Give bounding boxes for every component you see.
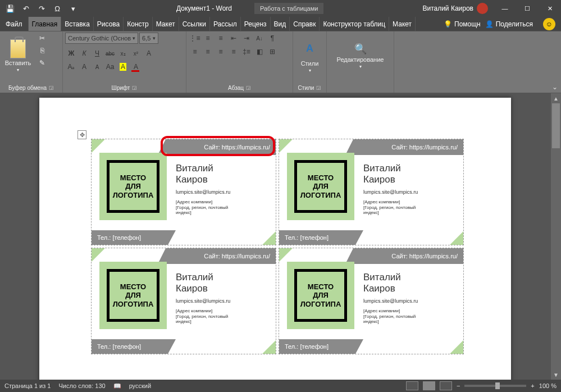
ribbon-tabs: Файл Главная Вставка Рисова Констр Макет… bbox=[0, 17, 561, 31]
tab-home[interactable]: Главная bbox=[29, 17, 62, 31]
cut-button[interactable]: ✂ bbox=[36, 33, 48, 44]
undo-icon[interactable]: ↶ bbox=[19, 2, 33, 15]
launcher-icon[interactable]: ◲ bbox=[246, 85, 251, 90]
maximize-button[interactable]: ☐ bbox=[516, 0, 539, 17]
close-button[interactable]: ✕ bbox=[539, 0, 561, 17]
word-count[interactable]: Число слов: 130 bbox=[58, 382, 105, 389]
tab-mailings[interactable]: Рассыл bbox=[210, 17, 241, 31]
logo-placeholder[interactable]: МЕСТОДЛЯЛОГОТИПА bbox=[287, 153, 354, 220]
tab-review[interactable]: Реценз bbox=[241, 17, 271, 31]
scroll-up-icon[interactable]: ▲ bbox=[551, 93, 561, 103]
tel-banner: Тел.: [телефон] bbox=[92, 230, 176, 245]
redo-icon[interactable]: ↷ bbox=[35, 2, 48, 15]
superscript-button[interactable]: x² bbox=[130, 48, 142, 59]
qat-customize-icon[interactable]: ▾ bbox=[66, 2, 80, 15]
read-mode-button[interactable] bbox=[406, 381, 418, 390]
print-layout-button[interactable] bbox=[423, 381, 435, 390]
scrollbar-vertical[interactable]: ▲ ▼ bbox=[551, 93, 561, 380]
tab-view[interactable]: Вид bbox=[271, 17, 290, 31]
font-name-combo[interactable]: Century Gothic (Основ▾ bbox=[65, 33, 138, 44]
zoom-out-button[interactable]: − bbox=[457, 382, 460, 389]
tab-file[interactable]: Файл bbox=[0, 17, 29, 31]
launcher-icon[interactable]: ◲ bbox=[49, 85, 54, 90]
justify-button[interactable]: ≡ bbox=[227, 46, 240, 57]
launcher-icon[interactable]: ◲ bbox=[132, 85, 137, 90]
page-indicator[interactable]: Страница 1 из 1 bbox=[4, 382, 51, 389]
zoom-slider[interactable] bbox=[464, 385, 526, 387]
scroll-down-icon[interactable]: ▼ bbox=[551, 370, 561, 380]
scroll-thumb[interactable] bbox=[552, 103, 560, 148]
shrink-font-button[interactable]: A bbox=[91, 61, 103, 72]
save-icon[interactable]: 💾 bbox=[3, 2, 17, 15]
tab-insert[interactable]: Вставка bbox=[61, 17, 94, 31]
status-bar: Страница 1 из 1 Число слов: 130 📖 русски… bbox=[0, 380, 561, 392]
shading-button[interactable]: ◧ bbox=[253, 46, 266, 57]
clear-format-button[interactable]: Aₐ bbox=[65, 61, 77, 72]
bullets-button[interactable]: ⋮≡ bbox=[189, 33, 201, 44]
editing-button[interactable]: 🔍 Редактирование ▾ bbox=[330, 33, 391, 79]
share-button[interactable]: 👤 Поделиться bbox=[485, 20, 533, 28]
font-color-button[interactable]: A bbox=[130, 61, 142, 72]
table-move-handle[interactable]: ✥ bbox=[77, 130, 86, 139]
business-card[interactable]: Сайт: https://lumpics.ru/ МЕСТОДЛЯЛОГОТИ… bbox=[279, 139, 464, 245]
site-banner: Сайт: https://lumpics.ru/ bbox=[345, 139, 463, 155]
web-layout-button[interactable] bbox=[440, 381, 452, 390]
increase-indent-button[interactable]: ⇥ bbox=[240, 33, 253, 44]
collapse-ribbon-icon[interactable]: ⌄ bbox=[552, 83, 558, 91]
zoom-level[interactable]: 100 % bbox=[539, 382, 557, 389]
change-case-button[interactable]: Aa bbox=[104, 61, 116, 72]
minimize-button[interactable]: — bbox=[494, 0, 516, 17]
line-spacing-button[interactable]: ‡≡ bbox=[240, 46, 253, 57]
symbol-icon[interactable]: Ω bbox=[51, 2, 64, 15]
show-marks-button[interactable]: ¶ bbox=[266, 33, 279, 44]
underline-button[interactable]: Ч bbox=[91, 48, 103, 59]
logo-placeholder[interactable]: МЕСТОДЛЯЛОГОТИПА bbox=[99, 153, 167, 220]
numbering-button[interactable]: ≡ bbox=[202, 33, 214, 44]
highlight-button[interactable]: A bbox=[117, 61, 129, 72]
strike-button[interactable]: abc bbox=[104, 48, 116, 59]
business-card[interactable]: Сайт: https://lumpics.ru/ МЕСТОДЛЯЛОГОТИ… bbox=[91, 139, 276, 245]
decrease-indent-button[interactable]: ⇤ bbox=[227, 33, 240, 44]
user-account[interactable]: Виталий Каиров bbox=[417, 3, 494, 14]
font-size-combo[interactable]: 6,5▾ bbox=[139, 33, 158, 44]
align-left-button[interactable]: ≡ bbox=[189, 46, 201, 57]
align-right-button[interactable]: ≡ bbox=[215, 46, 227, 57]
feedback-icon[interactable]: ☺ bbox=[543, 18, 555, 30]
site-banner: Сайт: https://lumpics.ru/ bbox=[158, 248, 276, 264]
italic-button[interactable]: К bbox=[78, 48, 90, 59]
styles-icon: A bbox=[300, 39, 320, 59]
language-indicator[interactable]: русский bbox=[129, 382, 151, 389]
tab-design[interactable]: Констр bbox=[124, 17, 152, 31]
zoom-in-button[interactable]: + bbox=[531, 382, 534, 389]
business-card[interactable]: Сайт: https://lumpics.ru/ МЕСТОДЛЯЛОГОТИ… bbox=[91, 248, 276, 354]
borders-button[interactable]: ⊞ bbox=[266, 46, 279, 57]
align-center-button[interactable]: ≡ bbox=[202, 46, 214, 57]
logo-placeholder[interactable]: МЕСТОДЛЯЛОГОТИПА bbox=[99, 262, 167, 329]
paste-label: Вставить bbox=[5, 60, 31, 66]
multilevel-button[interactable]: ≡ bbox=[215, 33, 227, 44]
tab-layout[interactable]: Макет bbox=[153, 17, 179, 31]
copy-button[interactable]: ⎘ bbox=[36, 45, 48, 56]
grow-font-button[interactable]: A bbox=[78, 61, 90, 72]
tell-me[interactable]: 💡 Помощн bbox=[444, 20, 481, 28]
tab-table-design[interactable]: Конструктор таблиц bbox=[320, 17, 389, 31]
group-paragraph: ⋮≡ ≡ ≡ ⇤ ⇥ A↓ ¶ ≡ ≡ ≡ ≡ ‡≡ ◧ ⊞ Абзац◲ bbox=[186, 31, 293, 93]
spell-check-icon[interactable]: 📖 bbox=[113, 382, 121, 390]
paste-button[interactable]: Вставить ▾ bbox=[2, 33, 34, 79]
logo-placeholder[interactable]: МЕСТОДЛЯЛОГОТИПА bbox=[287, 262, 354, 329]
styles-button[interactable]: A Стили ▾ bbox=[296, 33, 324, 79]
decor-triangle bbox=[92, 139, 105, 153]
tab-draw[interactable]: Рисова bbox=[94, 17, 124, 31]
business-card[interactable]: Сайт: https://lumpics.ru/ МЕСТОДЛЯЛОГОТИ… bbox=[279, 248, 464, 354]
page[interactable]: ✥ Сайт: https://lumpics.ru/ МЕСТОДЛЯЛОГО… bbox=[39, 98, 511, 380]
cards-grid: Сайт: https://lumpics.ru/ МЕСТОДЛЯЛОГОТИ… bbox=[91, 139, 464, 354]
launcher-icon[interactable]: ◲ bbox=[316, 85, 321, 90]
format-painter-button[interactable]: ✎ bbox=[36, 57, 48, 69]
subscript-button[interactable]: x₂ bbox=[117, 48, 129, 59]
tab-help[interactable]: Справк bbox=[290, 17, 320, 31]
bold-button[interactable]: Ж bbox=[65, 48, 77, 59]
sort-button[interactable]: A↓ bbox=[253, 33, 266, 44]
tab-references[interactable]: Ссылки bbox=[179, 17, 210, 31]
text-effects-button[interactable]: A bbox=[143, 48, 155, 59]
tab-table-layout[interactable]: Макет bbox=[389, 17, 416, 31]
